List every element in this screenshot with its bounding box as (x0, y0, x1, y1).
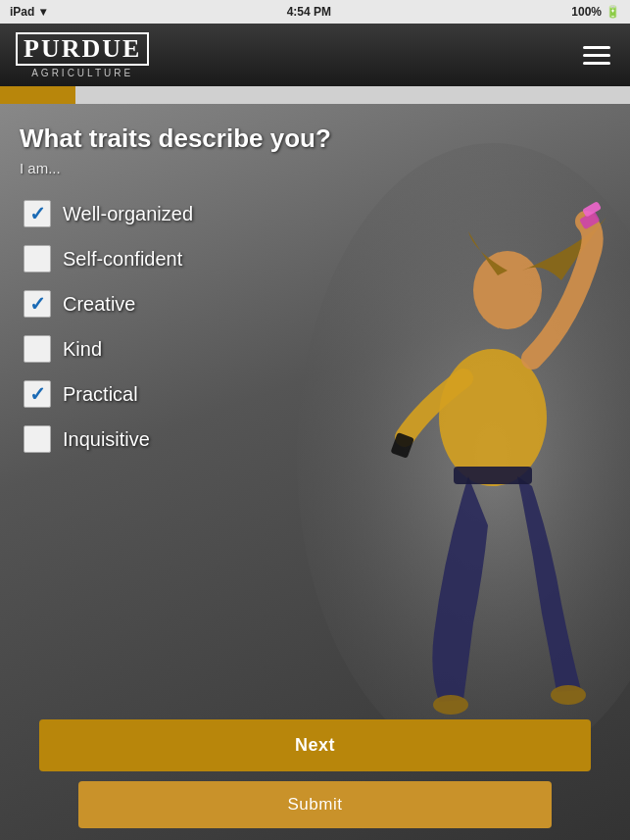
checkbox-kind[interactable] (24, 335, 51, 363)
next-button[interactable]: Next (39, 719, 591, 771)
status-right: 100% 🔋 (571, 5, 620, 19)
status-bar: iPad ▾ 4:54 PM 100% 🔋 (0, 0, 630, 24)
checkbox-creative[interactable] (24, 290, 51, 318)
trait-label-practical: Practical (63, 383, 138, 406)
progress-bar-container (0, 86, 630, 104)
hamburger-menu-button[interactable] (579, 42, 614, 69)
trait-label-kind: Kind (63, 338, 102, 361)
purdue-subtitle: AGRICULTURE (16, 68, 149, 78)
hamburger-line-3 (583, 62, 610, 65)
status-left: iPad ▾ (10, 5, 46, 19)
checkbox-self-confident[interactable] (24, 245, 51, 272)
purdue-logo: PURDUE AGRICULTURE (16, 32, 149, 78)
trait-item-inquisitive[interactable]: Inquisitive (20, 418, 610, 461)
checkbox-well-organized[interactable] (24, 200, 51, 227)
navbar: PURDUE AGRICULTURE (0, 24, 630, 86)
purdue-title: PURDUE (16, 32, 149, 66)
status-time: 4:54 PM (287, 5, 331, 19)
traits-list: Well-organized Self-confident Creative K… (20, 192, 610, 461)
main-content: What traits describe you? I am... Well-o… (0, 104, 630, 840)
trait-item-kind[interactable]: Kind (20, 327, 610, 371)
trait-label-inquisitive: Inquisitive (63, 428, 150, 451)
trait-label-well-organized: Well-organized (63, 203, 193, 225)
battery-icon: 🔋 (606, 5, 620, 19)
progress-bar-fill (0, 86, 75, 104)
trait-item-self-confident[interactable]: Self-confident (20, 237, 610, 280)
trait-label-creative: Creative (63, 293, 135, 316)
trait-item-practical[interactable]: Practical (20, 372, 610, 416)
question-subtitle: I am... (20, 160, 610, 176)
checkbox-practical[interactable] (24, 380, 51, 408)
buttons-area: Next Submit (0, 719, 630, 840)
trait-item-well-organized[interactable]: Well-organized (20, 192, 610, 235)
wifi-icon: ▾ (40, 5, 46, 19)
device-label: iPad (10, 5, 34, 19)
trait-label-self-confident: Self-confident (63, 248, 182, 271)
submit-button[interactable]: Submit (78, 781, 552, 828)
checkbox-inquisitive[interactable] (24, 425, 51, 453)
battery-label: 100% (571, 5, 602, 19)
question-title: What traits describe you? (20, 124, 610, 154)
hamburger-line-2 (583, 54, 610, 57)
hamburger-line-1 (583, 46, 610, 49)
trait-item-creative[interactable]: Creative (20, 282, 610, 325)
